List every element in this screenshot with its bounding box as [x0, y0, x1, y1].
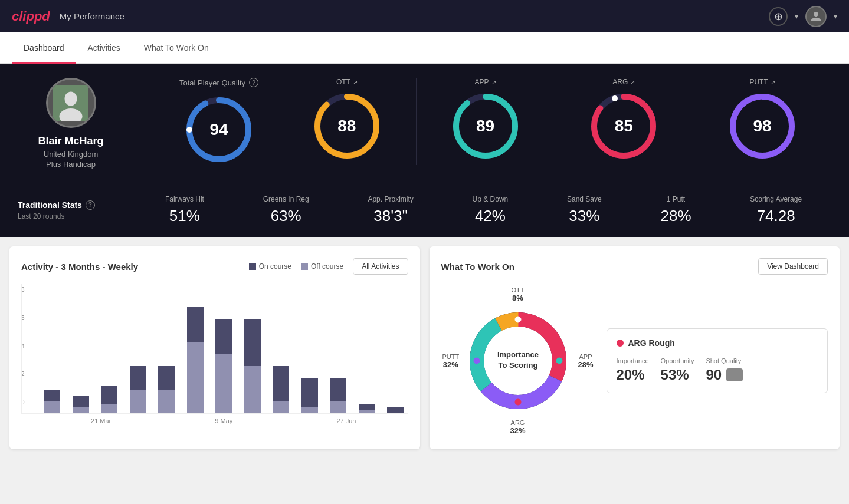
bar-group-11: [355, 307, 380, 413]
bar-group-10: [326, 307, 351, 413]
score-ott: OTT ↗ 88: [278, 78, 417, 165]
bar-group-2: [97, 307, 122, 413]
bar-group-7: [240, 307, 265, 413]
bar-chart: [21, 284, 408, 414]
arg-value: 85: [615, 117, 633, 136]
view-dashboard-button[interactable]: View Dashboard: [758, 258, 828, 275]
bar-off-6: [215, 354, 232, 413]
bar-off-2: [101, 404, 117, 413]
stat-proximity-value: 38'3": [368, 207, 413, 225]
bar-group-5: [183, 307, 208, 413]
score-arg: ARG ↗ 85: [555, 78, 694, 165]
add-chevron-icon: ▾: [795, 12, 798, 21]
donut-chart-container: OTT 8% APP 28% ARG 32% PUTT 32%: [441, 284, 595, 437]
score-putt: PUTT ↗ 98: [693, 78, 831, 165]
header: clippd My Performance ⊕ ▾ ▾: [0, 0, 849, 32]
bar-off-10: [330, 401, 346, 413]
tab-what-to-work-on[interactable]: What To Work On: [132, 32, 221, 64]
work-stat-opportunity-value: 53%: [661, 367, 694, 383]
tabs-nav: Dashboard Activities What To Work On: [0, 32, 849, 64]
bar-off-7: [244, 366, 261, 413]
tpq-info-icon[interactable]: ?: [249, 78, 258, 87]
stat-oneputt-label: 1 Putt: [660, 195, 691, 203]
user-icon: [810, 11, 822, 22]
app-trend-icon: ↗: [491, 79, 496, 85]
seg-label-ott: OTT 8%: [512, 286, 525, 302]
putt-value: 98: [753, 117, 772, 136]
putt-ring: 98: [727, 91, 798, 162]
putt-label: PUTT ↗: [749, 78, 775, 86]
stat-scoring-label: Scoring Average: [750, 195, 802, 203]
svg-point-25: [556, 358, 562, 364]
bar-off-5: [187, 342, 204, 413]
arg-trend-icon: ↗: [630, 79, 635, 85]
stat-greens: Greens In Reg 63%: [263, 195, 309, 225]
bar-on-6: [215, 319, 232, 354]
bar-off-0: [44, 401, 60, 413]
work-title: What To Work On: [441, 262, 514, 272]
work-stat-shotquality-value: 90: [706, 367, 722, 383]
bar-on-7: [244, 319, 261, 366]
work-detail-stats: Importance 20% Opportunity 53% Shot Qual…: [617, 357, 818, 383]
hero-section: Blair McHarg United Kingdom Plus Handica…: [0, 64, 849, 183]
bar-group-6: [211, 307, 237, 413]
player-handicap: Plus Handicap: [46, 160, 96, 169]
activity-chart-title: Activity - 3 Months - Weekly: [21, 262, 138, 272]
legend-off-course: Off course: [301, 262, 343, 271]
work-detail-dot: [617, 340, 624, 347]
stat-oneputt-value: 28%: [660, 207, 691, 225]
work-card-header: What To Work On View Dashboard: [441, 258, 828, 275]
bar-chart-inner: [40, 284, 408, 413]
bar-off-8: [273, 401, 289, 413]
logo: clippd: [12, 9, 50, 24]
add-button[interactable]: ⊕: [769, 7, 788, 26]
seg-label-app: APP 28%: [578, 353, 593, 369]
arg-label: ARG ↗: [612, 78, 635, 86]
avatar-chevron-icon: ▾: [834, 12, 837, 21]
ott-value: 88: [337, 117, 356, 136]
off-course-dot: [301, 263, 308, 270]
bar-off-3: [130, 390, 146, 413]
bar-group-0: [40, 307, 65, 413]
activity-card: Activity - 3 Months - Weekly On course O…: [9, 246, 420, 449]
work-stat-opportunity-label: Opportunity: [661, 357, 694, 364]
stats-title: Traditional Stats ?: [18, 200, 136, 210]
bar-group-12: [383, 307, 408, 413]
stat-sandsave: Sand Save 33%: [567, 195, 602, 225]
shot-quality-badge: [726, 368, 743, 381]
tpq-value: 94: [209, 120, 228, 139]
on-course-dot: [249, 263, 256, 270]
bar-on-8: [273, 366, 289, 401]
player-info: Blair McHarg United Kingdom Plus Handica…: [18, 78, 124, 169]
legend-on-course-label: On course: [259, 262, 291, 271]
x-axis-labels: 21 Mar 9 May 27 Jun: [21, 417, 408, 424]
tab-dashboard[interactable]: Dashboard: [12, 32, 76, 64]
user-avatar-button[interactable]: [805, 6, 827, 27]
work-stat-importance: Importance 20%: [617, 357, 649, 383]
stat-updown-label: Up & Down: [473, 195, 509, 203]
bar-chart-wrapper: 0 2 4 6 8 21 Mar 9 May 27 Jun: [21, 284, 408, 424]
stat-proximity-label: App. Proximity: [368, 195, 413, 203]
tab-activities[interactable]: Activities: [76, 32, 132, 64]
bar-on-9: [301, 378, 318, 407]
app-label: APP ↗: [475, 78, 496, 86]
player-photo-icon: [53, 85, 88, 121]
x-label-may: 9 May: [215, 417, 232, 424]
score-app: APP ↗ 89: [417, 78, 555, 165]
all-activities-button[interactable]: All Activities: [353, 258, 408, 275]
work-stat-shotquality: Shot Quality 90: [706, 357, 743, 383]
work-stat-importance-label: Importance: [617, 357, 649, 364]
legend-off-course-label: Off course: [311, 262, 343, 271]
bar-off-1: [73, 407, 89, 413]
stat-oneputt: 1 Putt 28%: [660, 195, 691, 225]
work-stat-importance-value: 20%: [617, 367, 649, 383]
stats-subtitle: Last 20 rounds: [18, 212, 136, 220]
bar-on-4: [158, 366, 175, 390]
x-label-mar: 21 Mar: [91, 417, 111, 424]
stat-updown: Up & Down 42%: [473, 195, 509, 225]
stat-fairways-label: Fairways Hit: [165, 195, 204, 203]
bar-on-12: [387, 407, 404, 413]
chart-legend: On course Off course: [249, 262, 344, 271]
stats-info-icon[interactable]: ?: [86, 200, 95, 210]
stats-items: Fairways Hit 51% Greens In Reg 63% App. …: [136, 195, 831, 225]
